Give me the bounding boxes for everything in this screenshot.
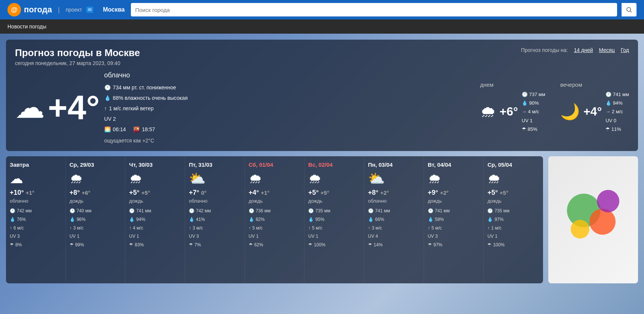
card-temps: +8° +2° [368, 189, 420, 197]
daytime-icon: 🌧 [480, 103, 496, 121]
card-icon: 🌧 [308, 171, 360, 187]
ad-graphic [559, 186, 627, 253]
today-title: Прогноз погоды в Москве [15, 47, 140, 59]
forecast-links: Прогноз погоды на: 14 дней Месяц Год [521, 47, 629, 53]
forecast-card[interactable]: Пт, 31/03 ⛅ +7° 0° облачно 🕐 742 мм 💧 41… [185, 156, 245, 283]
daytime-body: 🌧 +6° 🕐 737 мм 💧 90% → 4 м/с UV 1 ☂ 85% [480, 90, 545, 134]
logo[interactable]: @ погода [7, 3, 52, 16]
card-icon: ☁ [10, 171, 62, 187]
clock-icon: 🕐 [104, 82, 111, 93]
card-day: Ср, 05/04 [487, 161, 539, 168]
daytime-block: днем 🌧 +6° 🕐 737 мм 💧 90% → 4 м/с UV 1 ☂… [480, 81, 545, 134]
today-header: Прогноз погоды в Москве сегодня понедель… [15, 47, 629, 66]
today-details: 🕐734 мм рт. ст. пониженное 💧88% влажност… [104, 82, 188, 135]
card-temps: +4° +1° [249, 189, 301, 197]
evening-body: 🌙 +4° 🕐 741 мм 💧 94% → 2 м/с UV 0 ☂ 11% [560, 90, 629, 134]
today-condition: облачно [104, 71, 188, 79]
card-day: Сб, 01/04 [249, 161, 301, 168]
card-icon: 🌧 [487, 171, 539, 187]
uv-label: UV 2 [104, 114, 116, 124]
card-day: Пт, 31/03 [189, 161, 241, 168]
today-weather-icon: ☁ [15, 90, 45, 125]
card-day: Пн, 03/04 [368, 161, 420, 168]
forecast-card[interactable]: Завтра ☁ +10° +1° облачно 🕐 742 мм 💧 76%… [6, 156, 66, 283]
card-condition: дождь [249, 198, 301, 204]
forecast-card[interactable]: Ср, 29/03 🌧 +8° +6° дождь 🕐 740 мм 💧 96%… [66, 156, 126, 283]
card-condition: дождь [129, 198, 181, 204]
card-details: 🕐 740 мм 💧 96% ↑ 3 м/с UV 1 ☂ 99% [70, 207, 122, 249]
evening-icon: 🌙 [560, 102, 580, 121]
ad-placeholder [548, 156, 638, 283]
svg-line-1 [630, 11, 631, 12]
card-details: 🕐 741 мм 💧 58% ↑ 5 м/с UV 3 ☂ 97% [428, 207, 480, 249]
today-panel: Прогноз погоды в Москве сегодня понедель… [6, 40, 638, 151]
card-details: 🕐 742 мм 💧 41% ↑ 3 м/с UV 3 ☂ 7% [189, 207, 241, 249]
card-icon: ⛅ [368, 171, 420, 187]
forecast-card[interactable]: Чт, 30/03 🌧 +5° +5° дождь 🕐 741 мм 💧 94%… [125, 156, 185, 283]
card-temps: +9° +2° [428, 189, 480, 197]
card-icon: ⛅ [189, 171, 241, 187]
card-condition: облачно [10, 198, 62, 204]
card-temps: +5° +5° [129, 189, 181, 197]
card-details: 🕐 741 мм 💧 66% ↑ 3 м/с UV 4 ☂ 14% [368, 207, 420, 249]
forecast-card[interactable]: Ср, 05/04 🌧 +5° +5° дождь 🕐 735 мм 💧 97%… [484, 156, 543, 283]
forecast-label: Прогноз погоды на: [521, 47, 568, 53]
today-body: ☁ +4° облачно 🕐734 мм рт. ст. пониженное… [15, 71, 629, 144]
card-icon: 🌧 [428, 171, 480, 187]
forecast-card[interactable]: Вт, 04/04 🌧 +9° +2° дождь 🕐 741 мм 💧 58%… [424, 156, 484, 283]
forecast-card[interactable]: Пн, 03/04 ⛅ +8° +2° облачно 🕐 741 мм 💧 6… [364, 156, 424, 283]
search-button[interactable] [622, 3, 637, 16]
main-content: Прогноз погоды в Москве сегодня понедель… [0, 34, 644, 314]
forecast-row: Завтра ☁ +10° +1° облачно 🕐 742 мм 💧 76%… [6, 156, 638, 283]
card-day: Чт, 30/03 [129, 161, 181, 168]
card-details: 🕐 741 мм 💧 94% ↑ 4 м/с UV 1 ☂ 83% [129, 207, 181, 249]
ad-area [548, 156, 638, 283]
card-icon: 🌧 [70, 171, 122, 187]
card-condition: облачно [368, 198, 420, 204]
evening-temp: +4° [583, 105, 602, 118]
card-condition: облачно [189, 198, 241, 204]
news-bar: Новости погоды [0, 19, 644, 34]
card-details: 🕐 735 мм 💧 95% ↑ 5 м/с UV 1 ☂ 100% [308, 207, 360, 249]
drop-icon: 💧 [104, 93, 111, 103]
card-condition: дождь [70, 198, 122, 204]
sunset-icon: 🌇 [133, 124, 139, 135]
forecast-year[interactable]: Год [621, 47, 629, 53]
card-temps: +7° 0° [189, 189, 241, 197]
today-date: сегодня понедельник, 27 марта 2023, 09:4… [15, 60, 140, 66]
daytime-label: днем [480, 81, 545, 88]
card-temps: +8° +6° [70, 189, 122, 197]
daytime-temp: +6° [500, 105, 518, 118]
card-icon: 🌧 [249, 171, 301, 187]
today-temp: +4° [48, 91, 100, 124]
news-label: Новости погоды [7, 24, 46, 30]
evening-details: 🕐 741 мм 💧 94% → 2 м/с UV 0 ☂ 11% [605, 90, 629, 134]
card-day: Ср, 29/03 [70, 161, 122, 168]
card-temps: +5° +5° [308, 189, 360, 197]
card-details: 🕐 735 мм 💧 97% ↑ 1 м/с UV 1 ☂ 100% [487, 207, 539, 249]
today-description: облачно 🕐734 мм рт. ст. пониженное 💧88% … [104, 71, 188, 144]
daytime-details: 🕐 737 мм 💧 90% → 4 м/с UV 1 ☂ 85% [522, 90, 545, 134]
card-temps: +10° +1° [10, 189, 62, 197]
evening-block: вечером 🌙 +4° 🕐 741 мм 💧 94% → 2 м/с UV … [560, 81, 629, 134]
feels-like: ощущается как +2°C [104, 138, 188, 144]
card-details: 🕐 736 мм 💧 82% ↑ 5 м/с UV 1 ☂ 62% [249, 207, 301, 249]
city-label[interactable]: Москва [103, 6, 125, 13]
card-day: Вт, 04/04 [428, 161, 480, 168]
forecast-card[interactable]: Вс, 02/04 🌧 +5° +5° дождь 🕐 735 мм 💧 95%… [304, 156, 364, 283]
card-details: 🕐 742 мм 💧 76% ↑ 6 м/с UV 3 ☂ 8% [10, 207, 62, 249]
app-name: погода [24, 5, 52, 15]
forecast-card[interactable]: Сб, 01/04 🌧 +4° +1° дождь 🕐 736 мм 💧 82%… [245, 156, 305, 283]
logo-icon: @ [7, 3, 21, 16]
svg-point-0 [627, 7, 631, 12]
search-input[interactable] [131, 3, 617, 16]
project-label: проект ✉ [66, 7, 93, 13]
forecast-month[interactable]: Месяц [599, 47, 614, 53]
card-day: Завтра [10, 161, 62, 168]
card-condition: дождь [487, 198, 539, 204]
forecast-cards: Завтра ☁ +10° +1° облачно 🕐 742 мм 💧 76%… [6, 156, 543, 283]
header-divider: | [58, 6, 60, 14]
forecast-14days[interactable]: 14 дней [574, 47, 593, 53]
header: @ погода | проект ✉ Москва [0, 0, 644, 19]
evening-label: вечером [560, 81, 629, 88]
